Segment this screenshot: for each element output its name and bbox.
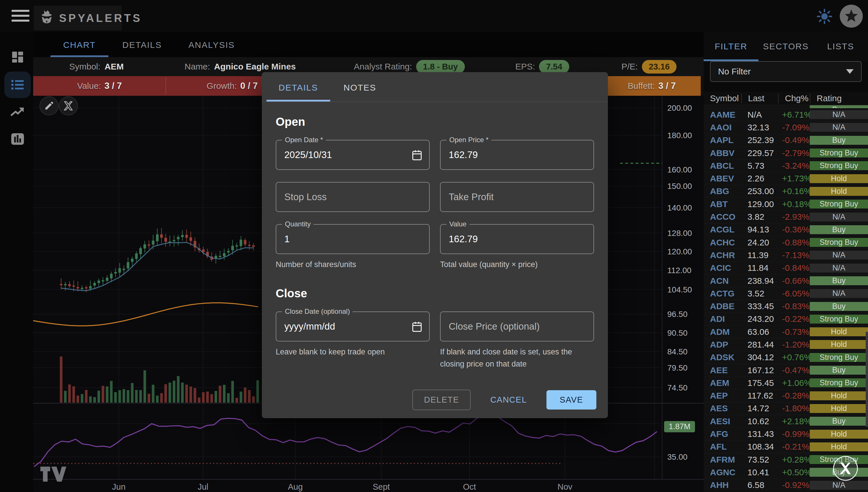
table-row[interactable]: ACGL94.13-0.36%Buy <box>704 223 868 236</box>
value-field[interactable]: Value 162.79 <box>440 224 594 254</box>
score-growth-number: 0 / 7 <box>240 81 257 91</box>
profile-star-avatar[interactable] <box>840 5 863 28</box>
cancel-button[interactable]: CANCEL <box>479 390 538 410</box>
rating-badge: N/A <box>810 123 868 132</box>
nav-watchlist-icon[interactable] <box>4 72 31 98</box>
calendar-icon[interactable] <box>412 150 422 162</box>
table-row[interactable]: ACIC11.84-0.84%N/A <box>704 262 868 274</box>
table-row[interactable]: ADI243.20-0.22%Strong Buy <box>704 313 868 325</box>
scrollbar-thumb[interactable] <box>866 331 868 427</box>
quantity-field[interactable]: Quantity 1 <box>276 224 430 254</box>
open-price-value[interactable]: 162.79 <box>449 141 478 169</box>
theme-sun-icon[interactable] <box>814 6 835 27</box>
rating-badge: Buy <box>810 225 868 234</box>
table-cell: 94.13 <box>741 223 778 236</box>
pencil-icon <box>44 101 54 111</box>
name-value: Agnico Eagle Mines <box>214 62 296 72</box>
table-cell: ADM <box>704 326 741 338</box>
value-value[interactable]: 162.79 <box>449 225 478 253</box>
table-row[interactable]: ADSK304.12+0.76%Strong Buy <box>704 351 868 364</box>
table-row[interactable]: AFL108.34-0.21%Hold <box>704 440 868 453</box>
table-row[interactable]: ABBV229.57-2.79%Strong Buy <box>704 147 868 159</box>
table-row[interactable]: AES14.72-1.80%Hold <box>704 402 868 415</box>
close-price-field[interactable]: Close Price (optional) <box>440 312 594 341</box>
modal-tab-details[interactable]: DETAILS <box>267 72 330 101</box>
table-row[interactable]: ACHR11.39-7.13%N/A <box>704 249 868 261</box>
table-row[interactable]: AEP117.62-0.28%Hold <box>704 389 868 402</box>
table-cell: Strong Buy <box>810 147 868 159</box>
table-cell: ACTG <box>704 287 741 300</box>
tab-details[interactable]: DETAILS <box>109 32 174 57</box>
table-row[interactable]: ACHC24.20-0.88%Strong Buy <box>704 236 868 249</box>
table-row[interactable]: ABG253.00+0.16%Hold <box>704 185 868 198</box>
rating-badge: Hold <box>810 327 868 336</box>
col-symbol[interactable]: Symbol <box>704 94 741 103</box>
nav-dashboard-icon[interactable] <box>4 44 31 70</box>
table-row[interactable]: ABT129.00+0.18%Strong Buy <box>704 198 868 210</box>
floating-x-button[interactable] <box>833 456 858 481</box>
table-cell <box>741 105 778 108</box>
table-cell: 10.62 <box>741 415 778 427</box>
tab-sectors[interactable]: SECTORS <box>759 32 813 61</box>
table-row[interactable]: ADP281.44-1.20%Hold <box>704 338 868 351</box>
svg-text:Aug: Aug <box>288 482 303 491</box>
delete-button[interactable]: DELETE <box>412 390 471 410</box>
table-row[interactable]: AFG131.43-0.99%Hold <box>704 427 868 440</box>
close-date-value[interactable]: yyyy/mm/dd <box>284 312 335 341</box>
quantity-value[interactable]: 1 <box>284 225 290 253</box>
menu-icon[interactable] <box>11 10 29 22</box>
take-profit-field[interactable]: Take Profit <box>440 182 594 212</box>
table-row[interactable]: AAMEN/A+6.71%N/A <box>704 108 868 121</box>
table-cell: -3.24% <box>778 159 810 172</box>
close-price-group: Close Price (optional) If blank and clos… <box>440 312 594 370</box>
table-row[interactable]: Buy <box>704 105 868 108</box>
rating-badge: Strong Buy <box>810 200 868 208</box>
col-chg[interactable]: Chg% <box>778 94 810 103</box>
table-row[interactable]: AESI10.62+2.18%Buy <box>704 415 868 427</box>
close-date-field[interactable]: Close Date (optional) yyyy/mm/dd <box>276 312 430 341</box>
open-date-value[interactable]: 2025/10/31 <box>284 141 332 169</box>
nav-analytics-icon[interactable] <box>4 126 31 152</box>
table-row[interactable]: AAPL252.39-0.49%Buy <box>704 134 868 147</box>
close-price-placeholder: Close Price (optional) <box>449 312 540 341</box>
table-cell: Buy <box>810 105 868 108</box>
table-row[interactable]: ADBE333.45-0.83%Buy <box>704 300 868 312</box>
tab-chart[interactable]: CHART <box>50 32 108 57</box>
table-row[interactable]: ABEV2.26+1.73%Hold <box>704 172 868 184</box>
table-cell: ADSK <box>704 351 741 364</box>
pe-label: P/E: <box>621 62 638 72</box>
pe-badge: 23.16 <box>642 60 677 74</box>
stop-loss-field[interactable]: Stop Loss <box>276 182 430 212</box>
eps-label: EPS: <box>515 62 535 72</box>
table-cell: 3.52 <box>741 287 778 300</box>
save-button[interactable]: SAVE <box>546 390 596 410</box>
table-row[interactable]: ABCL5.73-3.24%Strong Buy <box>704 159 868 172</box>
filter-select-value: No Filter <box>718 67 846 76</box>
col-rating[interactable]: Rating <box>810 94 868 103</box>
filter-select[interactable]: No Filter <box>710 61 862 82</box>
table-row[interactable]: AEE167.12-0.47%Buy <box>704 364 868 376</box>
table-row[interactable]: ADM63.06-0.73%Hold <box>704 325 868 338</box>
modal-tab-notes[interactable]: NOTES <box>331 72 388 101</box>
tab-analysis[interactable]: ANALYSIS <box>176 32 248 57</box>
table-row[interactable]: AAOI32.13-7.09%N/A <box>704 121 868 133</box>
col-last[interactable]: Last <box>741 94 778 103</box>
share-x-button[interactable] <box>59 96 78 115</box>
tab-lists[interactable]: LISTS <box>813 32 868 61</box>
nav-trending-icon[interactable] <box>4 99 31 125</box>
svg-text:84.50: 84.50 <box>667 347 688 356</box>
table-cell: AAOI <box>704 121 741 133</box>
symbol-group: Symbol: AEM <box>69 57 124 76</box>
rating-badge: Strong Buy <box>810 353 868 362</box>
tab-filter[interactable]: FILTER <box>704 32 759 61</box>
open-price-field[interactable]: Open Price * 162.79 <box>440 140 594 170</box>
open-date-field[interactable]: Open Date * 2025/10/31 <box>276 140 430 170</box>
table-row[interactable]: ACTG3.52-6.05%N/A <box>704 287 868 300</box>
table-row[interactable]: ACN238.94-0.66%Buy <box>704 274 868 287</box>
calendar-icon[interactable] <box>412 321 422 334</box>
draw-pencil-button[interactable] <box>40 96 58 115</box>
table-cell: 63.06 <box>741 326 778 338</box>
table-row[interactable]: AEM175.45+1.06%Strong Buy <box>704 376 868 389</box>
table-row[interactable]: ACCO3.82-2.93%N/A <box>704 210 868 223</box>
table-cell: Hold <box>810 326 868 338</box>
